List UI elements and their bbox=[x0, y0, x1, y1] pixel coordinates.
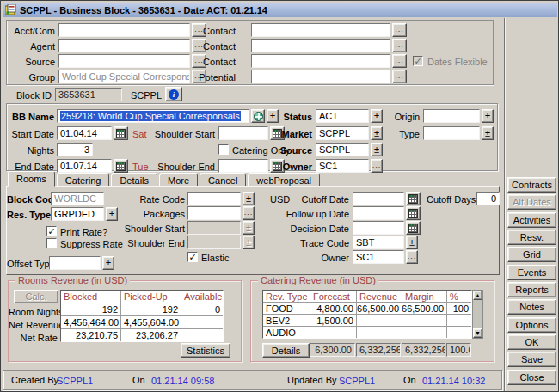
audio-type: AUDIO bbox=[263, 327, 310, 338]
net-rate-blocked: 23,210.75 bbox=[61, 329, 120, 341]
col-header-picked-up: Picked-Up bbox=[121, 291, 181, 303]
save-button[interactable]: Save bbox=[507, 352, 556, 367]
tab-cancel[interactable]: Cancel bbox=[200, 173, 246, 187]
offset-types-label: Offset Types bbox=[7, 259, 46, 271]
bev2-pct bbox=[447, 315, 471, 326]
bb-name-field[interactable]: 259218: World Cup Special Corresponsals bbox=[57, 109, 249, 123]
contact2-label: Contact bbox=[175, 41, 236, 53]
catering-only-checkbox[interactable] bbox=[218, 144, 229, 155]
offset-types-dropdown-button[interactable]: ± bbox=[102, 256, 114, 270]
potential-lookup-button[interactable]: ... bbox=[392, 70, 407, 83]
tab-rooms[interactable]: Rooms bbox=[8, 171, 55, 187]
rate-code-field[interactable] bbox=[187, 192, 241, 205]
calendar-icon bbox=[408, 194, 418, 204]
title-bar: SCPPL - Business Block - 3653631 - Date … bbox=[3, 3, 557, 17]
contact3-field[interactable] bbox=[251, 54, 390, 68]
contact1-lookup-button[interactable]: ... bbox=[392, 23, 407, 37]
close-button[interactable]: Close bbox=[507, 370, 556, 385]
net-rate-picked: 23,206.27 bbox=[121, 329, 181, 341]
tab-more[interactable]: More bbox=[159, 173, 198, 187]
statistics-button[interactable]: Statistics bbox=[181, 343, 230, 358]
updated-on-label: On bbox=[403, 375, 419, 387]
follow-up-date-label: Follow up Date bbox=[256, 209, 349, 221]
packages-field[interactable] bbox=[187, 206, 241, 220]
reports-button[interactable]: Reports bbox=[507, 282, 556, 297]
group-field[interactable]: World Cup Special Corresponsals bbox=[58, 70, 190, 83]
elastic-checkbox[interactable]: ✓ bbox=[187, 252, 198, 262]
type-field[interactable] bbox=[423, 126, 480, 140]
tab-webproposal[interactable]: webProposal bbox=[248, 173, 320, 187]
origin-dropdown-button[interactable]: ± bbox=[482, 109, 494, 123]
cutoff-date-field[interactable] bbox=[353, 192, 404, 205]
tab-details[interactable]: Details bbox=[111, 173, 157, 187]
nights-field[interactable]: 3 bbox=[57, 143, 93, 156]
catering-scrollbar[interactable]: ▲ ▼ bbox=[472, 290, 483, 339]
follow-up-date-field[interactable] bbox=[353, 206, 404, 220]
ok-button[interactable]: OK bbox=[507, 334, 556, 350]
scroll-down-button[interactable]: ▼ bbox=[473, 328, 482, 338]
acct-com-field[interactable] bbox=[58, 23, 190, 37]
bb-owner-lookup-button[interactable]: ... bbox=[371, 159, 383, 173]
decision-date-field[interactable] bbox=[353, 221, 404, 235]
rooms-revenue-table: Blocked Picked-Up Available 192 192 0 4,… bbox=[60, 290, 224, 342]
audio-revenue bbox=[357, 327, 402, 338]
rate-code-dropdown-button[interactable]: ± bbox=[243, 192, 255, 205]
resv-button[interactable]: Resv. bbox=[507, 230, 556, 245]
print-rate-checkbox[interactable]: ✓ bbox=[46, 226, 57, 236]
trace-code-field[interactable]: SBT bbox=[353, 236, 404, 249]
potential-field[interactable] bbox=[251, 70, 390, 83]
suppress-rate-checkbox[interactable] bbox=[46, 238, 57, 248]
options-button[interactable]: Options bbox=[507, 317, 556, 333]
rt-owner-lookup-button[interactable]: ... bbox=[406, 250, 418, 264]
cutoff-days-field[interactable]: 0 bbox=[476, 192, 500, 205]
start-date-field[interactable]: 01.04.14 bbox=[57, 126, 112, 140]
updated-by-label: Updated By bbox=[287, 375, 335, 387]
contact2-field[interactable] bbox=[251, 39, 390, 52]
acct-com-label: Acct/Com bbox=[7, 26, 55, 38]
contact3-lookup-button[interactable]: ... bbox=[392, 54, 407, 68]
contact2-lookup-button[interactable]: ... bbox=[392, 39, 407, 52]
notes-button[interactable]: Notes bbox=[507, 299, 556, 315]
shoulder-start-field[interactable] bbox=[218, 126, 268, 140]
scroll-up-button[interactable]: ▲ bbox=[473, 291, 482, 300]
trace-code-dropdown-button[interactable]: ± bbox=[406, 236, 418, 249]
cutoff-date-calendar-button[interactable] bbox=[406, 192, 421, 205]
source-field[interactable] bbox=[58, 54, 190, 68]
rt-owner-field[interactable]: SC1 bbox=[353, 250, 404, 264]
catering-revenue-group: Catering Revenue (in USD) Rev. Type Fore… bbox=[250, 280, 494, 362]
start-date-label: Start Date bbox=[7, 129, 54, 141]
activities-button[interactable]: Activities bbox=[507, 212, 556, 228]
details-button[interactable]: Details bbox=[262, 343, 310, 358]
type-dropdown-button[interactable]: ± bbox=[482, 126, 494, 140]
col-header-available: Available bbox=[181, 291, 223, 303]
bev2-type: BEV2 bbox=[263, 315, 310, 326]
dates-flexible-checkbox: ✓ bbox=[413, 56, 423, 66]
origin-field[interactable] bbox=[423, 109, 480, 123]
room-nights-available: 0 bbox=[181, 303, 223, 315]
agent-field[interactable] bbox=[58, 39, 190, 52]
contracts-button[interactable]: Contracts bbox=[507, 177, 556, 193]
tab-catering[interactable]: Catering bbox=[57, 173, 110, 187]
bb-source-field[interactable]: SCPPL bbox=[316, 143, 369, 156]
col-header-blocked: Blocked bbox=[61, 291, 120, 303]
rt-shoulder-end-label: Shoulder End bbox=[93, 238, 185, 250]
grid-button[interactable]: Grid bbox=[507, 247, 556, 262]
offset-types-field[interactable] bbox=[49, 256, 101, 270]
packages-lookup-button[interactable]: ... bbox=[243, 206, 255, 220]
business-block-window: SCPPL - Business Block - 3653631 - Date … bbox=[0, 0, 559, 392]
bb-name-selected-text: 259218: World Cup Special Corresponsals bbox=[60, 111, 241, 121]
market-field[interactable]: SCPPL bbox=[316, 126, 369, 140]
follow-up-date-calendar-button[interactable] bbox=[406, 206, 421, 220]
status-label: Status bbox=[265, 112, 312, 124]
events-button[interactable]: Events bbox=[507, 265, 556, 280]
updated-on-value: 01.21.14 10:32 bbox=[422, 376, 500, 388]
property-info-button[interactable]: i bbox=[165, 87, 182, 101]
decision-date-calendar-button[interactable] bbox=[406, 221, 421, 235]
status-field[interactable]: ACT bbox=[316, 109, 369, 123]
bb-source-dropdown-button[interactable]: ± bbox=[371, 143, 383, 156]
contact1-field[interactable] bbox=[251, 23, 390, 37]
start-date-calendar-button[interactable] bbox=[114, 126, 128, 140]
bb-owner-field[interactable]: SC1 bbox=[316, 159, 369, 173]
bb-name-globe-button[interactable] bbox=[251, 109, 265, 123]
calendar-icon bbox=[408, 209, 418, 218]
